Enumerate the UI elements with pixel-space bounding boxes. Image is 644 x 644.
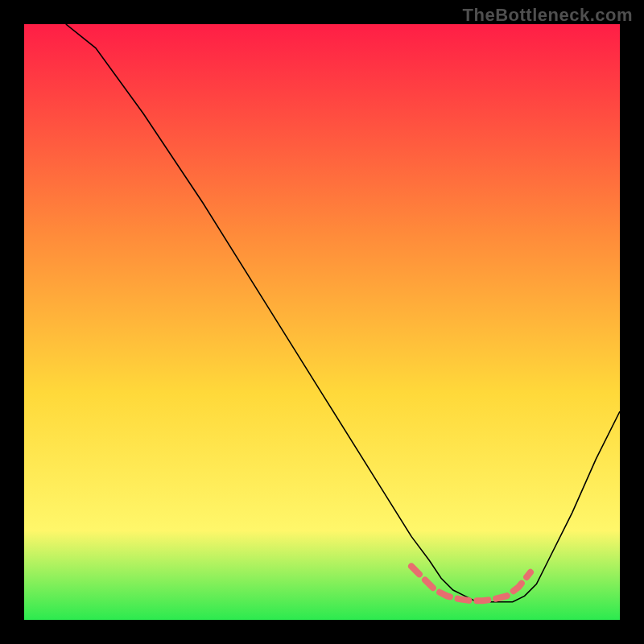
watermark-text: TheBottleneck.com	[463, 5, 633, 26]
bottleneck-chart	[24, 24, 620, 620]
chart-frame: TheBottleneck.com	[0, 0, 644, 644]
gradient-plot-area	[24, 24, 620, 620]
